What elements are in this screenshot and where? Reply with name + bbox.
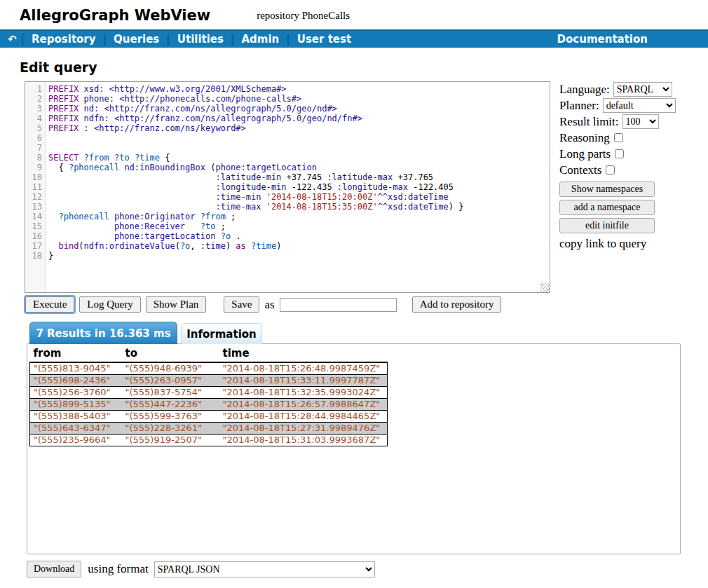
tab-information[interactable]: Information	[181, 323, 262, 344]
planner-select[interactable]: default	[603, 98, 676, 113]
line-number: 1	[25, 84, 42, 94]
main-nav: ↶ |Repository|Queries|Utilities|Admin|Us…	[0, 29, 708, 48]
code-line[interactable]: PREFIX : <http://franz.com/ns/keyword#>	[48, 123, 550, 133]
code-line[interactable]: :latitude-min +37.745 :latitude-max +37.…	[48, 172, 550, 182]
line-number: 18	[25, 251, 42, 261]
editor-code[interactable]: PREFIX xsd: <http://www.w3.org/2001/XMLS…	[46, 82, 550, 292]
code-line[interactable]: ?phonecall phone:Originator ?from ;	[48, 212, 550, 221]
app-header: AllegroGraph WebView repository PhoneCal…	[0, 0, 708, 29]
result-cell: "(555)228-3261"	[122, 423, 219, 435]
result-row[interactable]: "(555)256-3760""(555)837-5754""2014-08-1…	[30, 387, 388, 399]
code-line[interactable]	[48, 133, 550, 143]
format-select[interactable]: SPARQL JSON	[154, 561, 375, 577]
language-select[interactable]: SPARQL	[613, 82, 672, 97]
contexts-label: Contexts	[559, 163, 601, 177]
code-line[interactable]: PREFIX phone: <http://phonecalls.com/pho…	[48, 94, 550, 104]
result-cell: "(555)388-5403"	[30, 411, 122, 423]
line-number: 11	[25, 182, 42, 192]
column-header-to[interactable]: to	[122, 346, 219, 362]
page-title: Edit query	[20, 60, 708, 75]
add-a-namespace-button[interactable]: add a namespace	[559, 200, 655, 215]
result-cell: "(555)698-2436"	[30, 375, 122, 387]
line-number: 2	[25, 94, 42, 104]
nav-item-admin[interactable]: Admin	[235, 33, 285, 46]
code-line[interactable]: phone:targetLocation ?o .	[48, 231, 550, 241]
result-cell: "(555)599-3763"	[122, 411, 219, 423]
code-line[interactable]: bind(ndfn:ordinateValue(?o, :time) as ?t…	[48, 241, 550, 251]
line-number: 14	[25, 212, 42, 221]
show-namespaces-button[interactable]: Show namespaces	[559, 182, 655, 197]
line-number: 17	[25, 241, 42, 251]
code-line[interactable]: phone:Receiver ?to ;	[48, 221, 550, 231]
code-line[interactable]: PREFIX ndfn: <http://franz.com/ns/allegr…	[48, 114, 550, 123]
query-options-panel: Language: SPARQL Planner: default Result…	[559, 81, 679, 293]
nav-separator: |	[285, 33, 290, 46]
execute-button[interactable]: Execute	[25, 296, 74, 313]
result-cell: "2014-08-18T15:31:03.9993687Z"	[219, 435, 388, 446]
nav-items: |Repository|Queries|Utilities|Admin|User…	[20, 33, 358, 46]
result-row[interactable]: "(555)813-9045""(555)948-6939""2014-08-1…	[30, 362, 388, 375]
line-number: 4	[25, 114, 42, 123]
code-line[interactable]: }	[48, 251, 550, 261]
option-checkboxes: ReasoningLong partsContexts	[559, 130, 679, 178]
code-line[interactable]: { ?phonecall nd:inBoundingBox (phone:tar…	[48, 163, 550, 172]
result-cell: "(555)899-5135"	[30, 399, 122, 411]
result-cell: "(555)813-9045"	[30, 362, 122, 375]
code-line[interactable]: :time-min '2014-08-18T15:20:00Z'^^xsd:da…	[48, 192, 550, 202]
code-line[interactable]	[48, 143, 550, 153]
planner-label: Planner:	[559, 99, 599, 113]
resize-grip[interactable]	[540, 283, 550, 292]
line-number: 7	[25, 143, 42, 153]
result-cell: "(555)948-6939"	[122, 362, 219, 375]
code-line[interactable]: :longitude-min -122.435 :longitude-max -…	[48, 182, 550, 192]
language-label: Language:	[559, 83, 610, 97]
nav-item-documentation[interactable]: Documentation	[557, 33, 648, 46]
download-button[interactable]: Download	[27, 561, 81, 577]
column-header-from[interactable]: from	[30, 346, 122, 362]
line-number: 3	[25, 104, 42, 114]
show-plan-button[interactable]: Show Plan	[146, 296, 207, 313]
save-name-input[interactable]	[280, 298, 397, 312]
result-row[interactable]: "(555)899-5135""(555)447-2236""2014-08-1…	[30, 399, 388, 411]
result-limit-label: Result limit:	[559, 115, 619, 129]
log-query-button[interactable]: Log Query	[79, 296, 140, 313]
tab-results[interactable]: 7 Results in 16.363 ms	[29, 322, 177, 344]
result-row[interactable]: "(555)388-5403""(555)599-3763""2014-08-1…	[30, 411, 388, 423]
contexts-checkbox[interactable]	[606, 165, 615, 175]
line-number: 15	[25, 221, 42, 231]
results-panel: fromtotime "(555)813-9045""(555)948-6939…	[27, 343, 681, 554]
results-header-row: fromtotime	[30, 346, 388, 362]
results-tabs: 7 Results in 16.363 ms Information	[29, 322, 708, 344]
add-to-repository-button[interactable]: Add to repository	[412, 296, 502, 313]
column-header-time[interactable]: time	[219, 346, 388, 362]
line-number: 10	[25, 172, 42, 182]
edit-initfile-button[interactable]: edit initfile	[559, 218, 655, 233]
code-line[interactable]: SELECT ?from ?to ?time {	[48, 153, 550, 163]
line-number: 16	[25, 231, 42, 241]
result-row[interactable]: "(555)643-6347""(555)228-3261""2014-08-1…	[30, 423, 388, 435]
code-line[interactable]: :time-max '2014-08-18T15:35:00Z'^^xsd:da…	[48, 202, 550, 212]
result-row[interactable]: "(555)698-2436""(555)263-0957""2014-08-1…	[30, 375, 388, 387]
editor-gutter: 123456789101112131415161718	[25, 82, 46, 292]
reasoning-checkbox[interactable]	[614, 133, 623, 142]
result-limit-select[interactable]: 100	[622, 114, 659, 129]
nav-item-user-test[interactable]: User test	[291, 33, 358, 46]
result-cell: "2014-08-18T15:28:44.9984465Z"	[219, 411, 388, 423]
nav-item-utilities[interactable]: Utilities	[171, 33, 230, 46]
long-parts-checkbox[interactable]	[615, 149, 624, 158]
query-editor[interactable]: 123456789101112131415161718 PREFIX xsd: …	[25, 81, 550, 293]
copy-link-to-query[interactable]: copy link to query	[559, 237, 679, 251]
result-row[interactable]: "(555)235-9664""(555)919-2507""2014-08-1…	[30, 435, 388, 446]
back-arrow-icon[interactable]: ↶	[4, 33, 20, 46]
nav-separator: |	[230, 33, 235, 46]
save-button[interactable]: Save	[224, 296, 259, 313]
result-cell: "(555)263-0957"	[122, 375, 219, 387]
nav-item-repository[interactable]: Repository	[25, 33, 102, 46]
code-line[interactable]: PREFIX xsd: <http://www.w3.org/2001/XMLS…	[48, 84, 550, 94]
code-line[interactable]: PREFIX nd: <http://franz.com/ns/allegrog…	[48, 104, 550, 114]
nav-item-queries[interactable]: Queries	[107, 33, 165, 46]
repository-label: repository PhoneCalls	[257, 10, 350, 22]
nav-separator: |	[20, 33, 25, 46]
app-title: AllegroGraph WebView	[20, 7, 210, 24]
nav-separator: |	[165, 33, 170, 46]
